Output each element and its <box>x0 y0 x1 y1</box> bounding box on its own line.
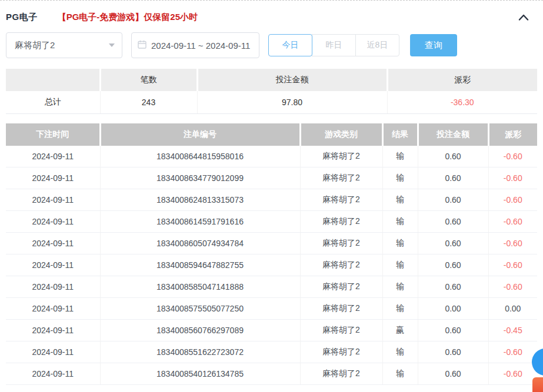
header-bet-id: 注单编号 <box>100 123 300 146</box>
cell-payout: -0.60 <box>488 211 537 233</box>
cell-result: 输 <box>382 363 418 385</box>
cell-result: 输 <box>382 167 418 189</box>
calendar-icon <box>138 40 146 51</box>
cell-payout: -0.60 <box>488 341 537 363</box>
game-select-value: 麻将胡了2 <box>15 40 109 51</box>
summary-total-payout: -36.30 <box>387 91 537 113</box>
cell-payout: -0.60 <box>488 276 537 298</box>
date-range-value: 2024-09-11 ~ 2024-09-11 <box>151 41 250 51</box>
cell-bet-amount: 0.60 <box>418 167 488 189</box>
chevron-up-icon <box>518 12 529 23</box>
cell-bet-amount: 0.60 <box>418 146 488 167</box>
bet-table-body: 2024-09-111834008644815958016麻将胡了2输0.60-… <box>6 146 537 385</box>
header-bet-time: 下注时间 <box>6 123 100 146</box>
query-button[interactable]: 查询 <box>410 34 457 56</box>
date-range-input[interactable]: 2024-09-11 ~ 2024-09-11 <box>131 32 259 58</box>
cell-bet-id: 1834008575505077250 <box>100 298 300 320</box>
cell-payout: -0.45 <box>488 320 537 341</box>
summary-header-row: 笔数 投注金额 派彩 <box>6 69 537 91</box>
cell-game-type: 麻将胡了2 <box>300 189 382 211</box>
floating-promo-button[interactable] <box>532 377 543 392</box>
cell-result: 输 <box>382 211 418 233</box>
panel-header: PG电子 【PG电子-免费游戏】仅保留25小时 <box>0 1 543 23</box>
cell-game-type: 麻将胡了2 <box>300 254 382 276</box>
cell-bet-time: 2024-09-11 <box>6 146 100 167</box>
table-row: 2024-09-111834008594647882755麻将胡了2输0.60-… <box>6 254 537 276</box>
header-bet-amount: 投注金额 <box>418 123 488 146</box>
collapse-button[interactable] <box>518 12 529 23</box>
cell-bet-amount: 0.60 <box>418 254 488 276</box>
cell-bet-amount: 0.60 <box>418 341 488 363</box>
header-result: 结果 <box>382 123 418 146</box>
header-game-type: 游戏类别 <box>300 123 382 146</box>
panel-notice: 【PG电子-免费游戏】仅保留25小时 <box>58 12 198 23</box>
cell-bet-amount: 0.60 <box>418 363 488 385</box>
game-select[interactable]: 麻将胡了2 <box>6 32 122 58</box>
cell-bet-time: 2024-09-11 <box>6 276 100 298</box>
cell-bet-id: 1834008585047141888 <box>100 276 300 298</box>
summary-header-empty <box>6 69 100 91</box>
table-row: 2024-09-111834008644815958016麻将胡了2输0.60-… <box>6 146 537 167</box>
panel-title: PG电子 <box>6 12 38 23</box>
summary-header-payout: 派彩 <box>387 69 537 91</box>
table-row: 2024-09-111834008575505077250麻将胡了2输0.000… <box>6 298 537 320</box>
chevron-down-icon <box>109 43 115 47</box>
cell-payout: 0.00 <box>488 298 537 320</box>
cell-bet-amount: 0.60 <box>418 320 488 341</box>
cell-result: 输 <box>382 254 418 276</box>
cell-bet-amount: 0.60 <box>418 233 488 254</box>
cell-game-type: 麻将胡了2 <box>300 167 382 189</box>
summary-total-label: 总计 <box>6 91 100 113</box>
quick-date-buttons: 今日 昨日 近8日 <box>268 34 399 56</box>
cell-bet-time: 2024-09-11 <box>6 189 100 211</box>
table-row: 2024-09-111834008634779012099麻将胡了2输0.60-… <box>6 167 537 189</box>
cell-game-type: 麻将胡了2 <box>300 233 382 254</box>
cell-result: 赢 <box>382 320 418 341</box>
cell-result: 输 <box>382 341 418 363</box>
cell-bet-time: 2024-09-11 <box>6 167 100 189</box>
table-row: 2024-09-111834008551622723072麻将胡了2输0.60-… <box>6 341 537 363</box>
cell-payout: -0.60 <box>488 167 537 189</box>
cell-result: 输 <box>382 276 418 298</box>
cell-bet-time: 2024-09-11 <box>6 233 100 254</box>
cell-result: 输 <box>382 189 418 211</box>
table-row: 2024-09-111834008560766297089麻将胡了2赢0.60-… <box>6 320 537 341</box>
cell-bet-time: 2024-09-11 <box>6 363 100 385</box>
header-payout: 派彩 <box>488 123 537 146</box>
yesterday-button[interactable]: 昨日 <box>312 34 356 56</box>
cell-payout: -0.60 <box>488 363 537 385</box>
cell-bet-time: 2024-09-11 <box>6 298 100 320</box>
cell-bet-id: 1834008644815958016 <box>100 146 300 167</box>
table-row: 2024-09-111834008605074934784麻将胡了2输0.60-… <box>6 233 537 254</box>
cell-result: 输 <box>382 298 418 320</box>
cell-game-type: 麻将胡了2 <box>300 363 382 385</box>
table-row: 2024-09-111834008540126134785麻将胡了2输0.60-… <box>6 363 537 385</box>
cell-game-type: 麻将胡了2 <box>300 276 382 298</box>
bet-records-table: 下注时间 注单编号 游戏类别 结果 投注金额 派彩 2024-09-111834… <box>6 123 537 386</box>
bet-table-header-row: 下注时间 注单编号 游戏类别 结果 投注金额 派彩 <box>6 123 537 146</box>
summary-total-bet-amount: 97.80 <box>197 91 387 113</box>
cell-bet-id: 1834008551622723072 <box>100 341 300 363</box>
cell-bet-time: 2024-09-11 <box>6 211 100 233</box>
table-row: 2024-09-111834008585047141888麻将胡了2输0.60-… <box>6 276 537 298</box>
cell-bet-time: 2024-09-11 <box>6 320 100 341</box>
cell-bet-id: 1834008605074934784 <box>100 233 300 254</box>
summary-total-count: 243 <box>100 91 197 113</box>
cell-bet-id: 1834008634779012099 <box>100 167 300 189</box>
cell-bet-amount: 0.60 <box>418 211 488 233</box>
last8days-button[interactable]: 近8日 <box>355 34 399 56</box>
cell-bet-time: 2024-09-11 <box>6 341 100 363</box>
summary-table: 笔数 投注金额 派彩 总计 243 97.80 -36.30 <box>6 69 537 114</box>
cell-game-type: 麻将胡了2 <box>300 298 382 320</box>
cell-bet-amount: 0.00 <box>418 298 488 320</box>
filter-bar: 麻将胡了2 2024-09-11 ~ 2024-09-11 今日 昨日 近8日 … <box>6 32 537 58</box>
cell-game-type: 麻将胡了2 <box>300 320 382 341</box>
cell-game-type: 麻将胡了2 <box>300 211 382 233</box>
cell-payout: -0.60 <box>488 189 537 211</box>
table-row: 2024-09-111834008624813315073麻将胡了2输0.60-… <box>6 189 537 211</box>
pg-records-panel: PG电子 【PG电子-免费游戏】仅保留25小时 麻将胡了2 2024-09-11… <box>0 0 543 392</box>
today-button[interactable]: 今日 <box>268 34 312 56</box>
cell-payout: -0.60 <box>488 146 537 167</box>
summary-header-count: 笔数 <box>100 69 197 91</box>
cell-result: 输 <box>382 146 418 167</box>
